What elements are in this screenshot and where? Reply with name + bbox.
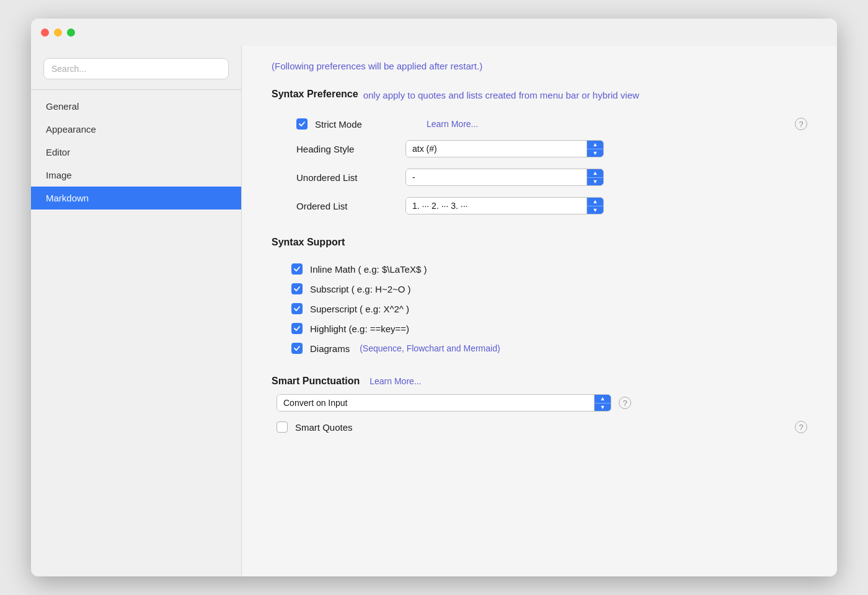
titlebar: [31, 19, 837, 46]
smart-quotes-label: Smart Quotes: [295, 422, 353, 433]
strict-mode-help-icon[interactable]: ?: [795, 118, 807, 130]
unordered-list-value: -: [406, 169, 587, 185]
ordered-list-select[interactable]: 1. ··· 2. ··· 3. ··· ▲ ▼: [405, 197, 604, 214]
convert-on-input-value: Convert on Input: [277, 395, 594, 411]
smart-quotes-checkbox[interactable]: [277, 421, 288, 433]
unordered-list-select[interactable]: - ▲ ▼: [405, 169, 604, 186]
superscript-checkbox[interactable]: [291, 303, 303, 314]
heading-style-label: Heading Style: [296, 144, 396, 154]
ordered-list-value: 1. ··· 2. ··· 3. ···: [406, 198, 587, 214]
heading-style-down[interactable]: ▼: [587, 149, 603, 157]
heading-style-value: atx (#): [406, 141, 587, 157]
convert-on-input-row: Convert on Input ▲ ▼ ?: [277, 394, 807, 412]
heading-style-up[interactable]: ▲: [587, 141, 603, 149]
sidebar-divider: [31, 89, 241, 90]
ordered-list-down[interactable]: ▼: [587, 206, 603, 214]
heading-style-stepper[interactable]: ▲ ▼: [587, 141, 603, 157]
inline-math-row: Inline Math ( e.g: $\LaTeX$ ): [291, 259, 807, 279]
syntax-preference-header: Syntax Preference only apply to quotes a…: [272, 89, 807, 102]
minimize-button[interactable]: [54, 29, 62, 37]
preferences-window: General Appearance Editor Image Markdown…: [31, 19, 837, 576]
diagrams-label: Diagrams: [310, 343, 350, 354]
smart-quotes-help-icon[interactable]: ?: [795, 421, 807, 433]
syntax-support-header: Syntax Support: [272, 237, 807, 248]
heading-style-select[interactable]: atx (#) ▲ ▼: [405, 140, 604, 157]
smart-quotes-row: Smart Quotes ?: [277, 416, 807, 438]
unordered-list-down[interactable]: ▼: [587, 178, 603, 186]
syntax-preference-title: Syntax Preference: [272, 89, 358, 100]
smart-punctuation-learn-more[interactable]: Learn More...: [370, 376, 421, 386]
sidebar: General Appearance Editor Image Markdown: [31, 19, 242, 576]
ordered-list-stepper[interactable]: ▲ ▼: [587, 198, 603, 214]
syntax-support-group: Inline Math ( e.g: $\LaTeX$ ) Subscript …: [286, 259, 807, 358]
convert-on-input-stepper[interactable]: ▲ ▼: [595, 395, 611, 411]
convert-on-input-up[interactable]: ▲: [595, 395, 611, 403]
syntax-preference-subtitle: only apply to quotes and lists created f…: [363, 89, 639, 102]
strict-mode-row: Strict Mode Learn More... ?: [286, 113, 807, 135]
inline-math-label: Inline Math ( e.g: $\LaTeX$ ): [310, 264, 427, 275]
convert-on-input-select[interactable]: Convert on Input ▲ ▼: [277, 394, 611, 412]
unordered-list-label: Unordered List: [296, 172, 396, 183]
syntax-preference-group: Strict Mode Learn More... ? Heading Styl…: [286, 113, 807, 219]
maximize-button[interactable]: [67, 29, 75, 37]
sidebar-item-general[interactable]: General: [31, 95, 241, 118]
superscript-label: Superscript ( e.g: X^2^ ): [310, 304, 409, 314]
strict-mode-learn-more[interactable]: Learn More...: [427, 119, 478, 129]
convert-on-input-help-icon[interactable]: ?: [619, 397, 631, 409]
unordered-list-row: Unordered List - ▲ ▼: [286, 164, 807, 191]
highlight-checkbox[interactable]: [291, 323, 303, 334]
diagrams-checkbox[interactable]: [291, 343, 303, 354]
sidebar-item-markdown[interactable]: Markdown: [31, 187, 241, 209]
subscript-checkbox[interactable]: [291, 283, 303, 294]
unordered-list-stepper[interactable]: ▲ ▼: [587, 169, 603, 185]
diagrams-sublabel: (Sequence, Flowchart and Mermaid): [360, 343, 500, 353]
search-container: [31, 53, 241, 89]
strict-mode-label: Strict Mode: [315, 119, 414, 130]
subscript-label: Subscript ( e.g: H~2~O ): [310, 284, 411, 294]
highlight-row: Highlight (e.g: ==key==): [291, 319, 807, 338]
smart-punctuation-header: Smart Punctuation Learn More...: [272, 376, 807, 387]
ordered-list-label: Ordered List: [296, 201, 396, 211]
highlight-label: Highlight (e.g: ==key==): [310, 324, 409, 334]
strict-mode-checkbox[interactable]: [296, 118, 308, 130]
convert-on-input-down[interactable]: ▼: [595, 403, 611, 412]
diagrams-row: Diagrams (Sequence, Flowchart and Mermai…: [291, 338, 807, 358]
sidebar-item-image[interactable]: Image: [31, 164, 241, 187]
ordered-list-up[interactable]: ▲: [587, 198, 603, 206]
main-content: (Following preferences will be applied a…: [242, 19, 837, 576]
superscript-row: Superscript ( e.g: X^2^ ): [291, 299, 807, 319]
ordered-list-row: Ordered List 1. ··· 2. ··· 3. ··· ▲ ▼: [286, 192, 807, 219]
search-input[interactable]: [43, 58, 229, 79]
inline-math-checkbox[interactable]: [291, 263, 303, 275]
sidebar-item-appearance[interactable]: Appearance: [31, 118, 241, 141]
unordered-list-up[interactable]: ▲: [587, 169, 603, 177]
smart-punctuation-title: Smart Punctuation: [272, 376, 360, 387]
sidebar-item-editor[interactable]: Editor: [31, 141, 241, 164]
restart-notice: (Following preferences will be applied a…: [272, 61, 807, 71]
subscript-row: Subscript ( e.g: H~2~O ): [291, 279, 807, 299]
syntax-support-title: Syntax Support: [272, 237, 345, 248]
close-button[interactable]: [41, 29, 49, 37]
heading-style-row: Heading Style atx (#) ▲ ▼: [286, 135, 807, 162]
